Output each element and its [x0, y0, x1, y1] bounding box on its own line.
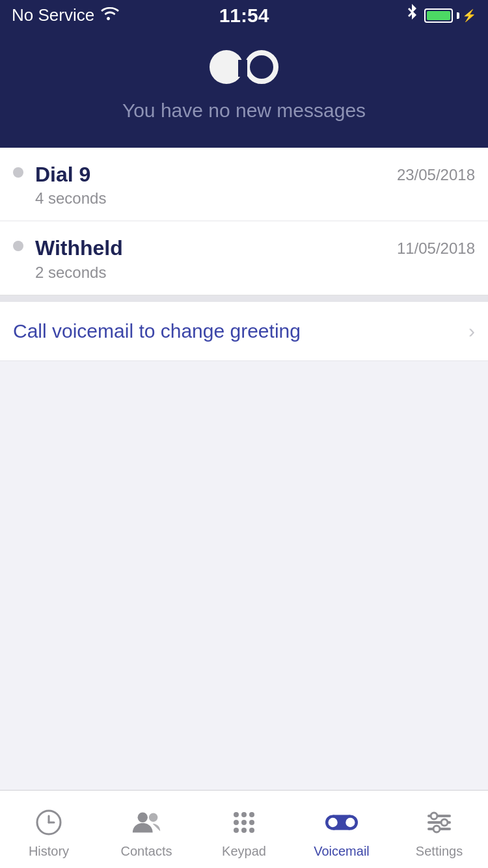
tab-voicemail[interactable]: Voicemail: [293, 800, 390, 859]
message-date: 11/05/2018: [386, 236, 475, 258]
settings-icon: [423, 806, 455, 839]
voicemail-tab-icon: [325, 806, 358, 839]
message-item-dial9[interactable]: Dial 9 4 seconds 23/05/2018: [0, 148, 488, 221]
svg-point-10: [249, 820, 254, 825]
svg-point-4: [149, 813, 157, 822]
no-messages-text: You have no new messages: [122, 100, 366, 122]
bluetooth-icon: [406, 4, 418, 27]
tab-settings-label: Settings: [416, 844, 463, 859]
svg-point-13: [249, 828, 254, 833]
tab-history[interactable]: History: [0, 800, 98, 859]
message-item-withheld[interactable]: Withheld 2 seconds 11/05/2018: [0, 221, 488, 294]
voicemail-icon: [210, 50, 278, 84]
tab-keypad-label: Keypad: [222, 844, 266, 859]
call-voicemail-text: Call voicemail to change greeting: [13, 320, 301, 342]
tab-history-label: History: [29, 844, 69, 859]
message-content: Withheld 2 seconds: [35, 236, 386, 281]
svg-point-8: [234, 820, 239, 825]
message-unread-dot: [13, 167, 23, 178]
message-unread-dot: [13, 241, 23, 251]
svg-point-7: [249, 812, 254, 817]
svg-point-22: [431, 813, 437, 819]
tab-contacts-label: Contacts: [121, 844, 172, 859]
svg-point-18: [346, 818, 355, 827]
contacts-icon: [130, 806, 163, 839]
content-area: You have no new messages Dial 9 4 second…: [0, 31, 488, 790]
messages-list: Dial 9 4 seconds 23/05/2018 Withheld 2 s…: [0, 148, 488, 295]
status-left: No Service: [12, 5, 119, 25]
message-name: Dial 9: [35, 162, 386, 187]
svg-point-9: [241, 820, 247, 825]
wifi-icon: [101, 7, 119, 25]
status-bar: No Service 11:54 ⚡: [0, 0, 488, 31]
message-content: Dial 9 4 seconds: [35, 162, 386, 208]
voicemail-header: You have no new messages: [0, 31, 488, 148]
tab-settings[interactable]: Settings: [390, 800, 488, 859]
chevron-right-icon: ›: [468, 320, 475, 342]
svg-point-24: [433, 826, 440, 832]
status-time: 11:54: [219, 5, 269, 27]
message-duration: 4 seconds: [35, 189, 386, 208]
message-date: 23/05/2018: [386, 162, 475, 184]
svg-point-23: [441, 819, 448, 826]
svg-point-12: [241, 828, 247, 833]
tab-contacts[interactable]: Contacts: [98, 800, 195, 859]
svg-point-3: [138, 813, 148, 822]
tab-keypad[interactable]: Keypad: [195, 800, 293, 859]
svg-point-17: [328, 818, 337, 827]
section-divider: [0, 295, 488, 302]
svg-point-5: [234, 812, 239, 817]
tab-bar: History Contacts: [0, 790, 488, 868]
charging-icon: ⚡: [462, 8, 476, 23]
empty-area: [0, 361, 488, 790]
tab-voicemail-label: Voicemail: [314, 844, 370, 859]
status-right: ⚡: [406, 4, 476, 27]
carrier-text: No Service: [12, 5, 94, 25]
battery-indicator: ⚡: [424, 8, 476, 23]
voicemail-circle-right: [245, 50, 278, 84]
call-voicemail-row[interactable]: Call voicemail to change greeting ›: [0, 302, 488, 361]
message-duration: 2 seconds: [35, 264, 386, 282]
svg-point-11: [234, 828, 239, 833]
message-name: Withheld: [35, 236, 386, 260]
keypad-icon: [228, 806, 260, 839]
history-icon: [33, 806, 65, 839]
svg-point-6: [241, 812, 247, 817]
